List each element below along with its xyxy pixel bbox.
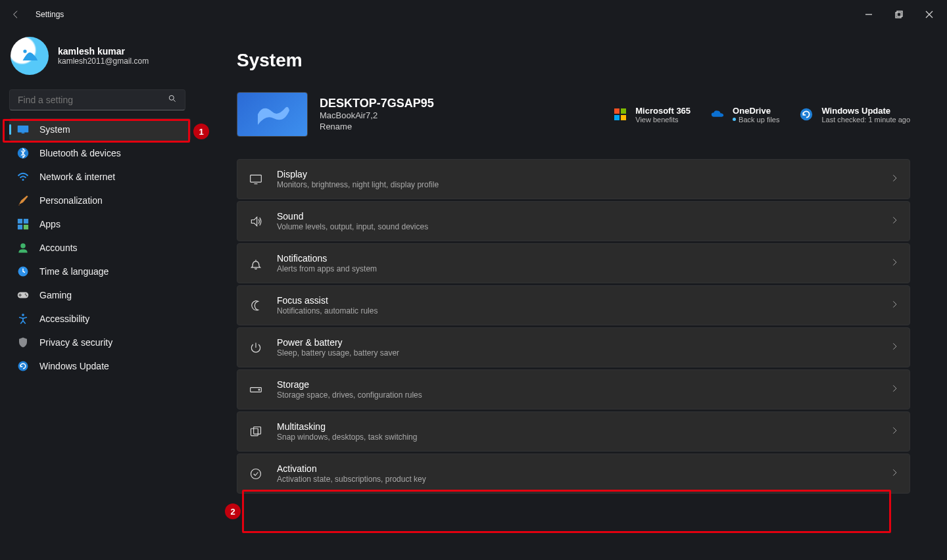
search-box[interactable] xyxy=(9,89,185,110)
svg-point-29 xyxy=(251,469,261,478)
svg-rect-27 xyxy=(251,429,258,436)
card-activation[interactable]: Activation Activation state, subscriptio… xyxy=(237,454,910,494)
sidebar-item-network-internet[interactable]: Network & internet xyxy=(9,166,191,188)
svg-point-3 xyxy=(169,95,174,100)
svg-point-17 xyxy=(22,314,24,316)
sidebar-item-accessibility[interactable]: Accessibility xyxy=(9,308,191,330)
sidebar-item-system[interactable]: System xyxy=(9,118,191,141)
gamepad-icon xyxy=(17,289,29,301)
svg-point-12 xyxy=(20,243,26,248)
bell-icon xyxy=(248,256,264,271)
profile-name: kamlesh kumar xyxy=(58,46,149,57)
bluetooth-icon xyxy=(17,147,29,159)
clock-icon xyxy=(17,266,29,277)
svg-rect-11 xyxy=(24,225,28,229)
monitor-icon xyxy=(17,124,29,135)
rename-link[interactable]: Rename xyxy=(320,122,352,131)
sidebar-item-gaming[interactable]: Gaming xyxy=(9,284,191,306)
m365-icon xyxy=(613,107,627,122)
card-title: Display xyxy=(277,169,439,179)
overview-row: DESKTOP-7GSAP95 MacBookAir7,2 Rename Mic… xyxy=(237,92,910,137)
card-title: Power & battery xyxy=(277,337,399,348)
check-icon xyxy=(248,466,264,482)
card-sound[interactable]: Sound Volume levels, output, input, soun… xyxy=(237,201,910,241)
apps-icon xyxy=(17,218,29,230)
shortcut-onedrive[interactable]: OneDrive Back up files xyxy=(710,106,779,124)
onedrive-icon xyxy=(710,107,725,122)
sidebar-item-windows-update[interactable]: Windows Update xyxy=(9,355,191,377)
search-input[interactable] xyxy=(18,95,168,105)
page-title: System xyxy=(237,50,910,71)
accessibility-icon xyxy=(17,313,29,325)
svg-rect-9 xyxy=(24,219,28,223)
svg-point-23 xyxy=(800,108,812,120)
chevron-right-icon xyxy=(890,216,899,227)
svg-rect-10 xyxy=(18,225,22,229)
card-subtitle: Sleep, battery usage, battery saver xyxy=(277,348,399,358)
card-power-battery[interactable]: Power & battery Sleep, battery usage, ba… xyxy=(237,327,910,367)
card-multitasking[interactable]: Multitasking Snap windows, desktops, tas… xyxy=(237,411,910,452)
search-icon xyxy=(168,94,177,106)
update-icon xyxy=(799,107,813,122)
sidebar: kamlesh kumar kamlesh2011@gmail.com Syst… xyxy=(0,29,197,560)
sidebar-item-label: Privacy & security xyxy=(39,337,112,348)
card-subtitle: Snap windows, desktops, task switching xyxy=(277,432,417,442)
chevron-right-icon xyxy=(890,426,899,438)
card-focus-assist[interactable]: Focus assist Notifications, automatic ru… xyxy=(237,285,910,325)
card-notifications[interactable]: Notifications Alerts from apps and syste… xyxy=(237,243,910,283)
sidebar-item-label: Windows Update xyxy=(39,361,109,371)
shortcut-update[interactable]: Windows Update Last checked: 1 minute ag… xyxy=(799,106,910,124)
card-display[interactable]: Display Monitors, brightness, night ligh… xyxy=(237,159,910,199)
card-title: Storage xyxy=(277,379,422,390)
card-title: Focus assist xyxy=(277,295,377,306)
sidebar-item-label: Accessibility xyxy=(39,314,89,324)
chevron-right-icon xyxy=(890,342,899,354)
settings-list: Display Monitors, brightness, night ligh… xyxy=(237,159,910,494)
svg-point-15 xyxy=(25,293,26,294)
svg-rect-19 xyxy=(614,108,619,114)
back-button[interactable] xyxy=(9,8,22,21)
svg-rect-1 xyxy=(897,11,902,16)
card-subtitle: Storage space, drives, configuration rul… xyxy=(277,390,422,400)
profile-email: kamlesh2011@gmail.com xyxy=(58,57,149,66)
pc-block[interactable]: DESKTOP-7GSAP95 MacBookAir7,2 Rename xyxy=(237,92,434,137)
sidebar-item-label: Accounts xyxy=(39,243,78,253)
sidebar-item-apps[interactable]: Apps xyxy=(9,213,191,235)
sound-icon xyxy=(248,214,264,229)
shortcut-m365[interactable]: Microsoft 365 View benefits xyxy=(613,106,691,124)
titlebar: Settings xyxy=(0,0,947,29)
main: System DESKTOP-7GSAP95 MacBookAir7,2 Ren… xyxy=(197,29,947,560)
person-icon xyxy=(17,242,29,254)
sidebar-item-accounts[interactable]: Accounts xyxy=(9,237,191,259)
close-button[interactable] xyxy=(914,4,944,25)
svg-rect-21 xyxy=(614,115,619,120)
sidebar-item-label: Network & internet xyxy=(39,172,115,182)
sidebar-item-label: Gaming xyxy=(39,290,72,300)
window-title: Settings xyxy=(36,10,64,19)
profile-block[interactable]: kamlesh kumar kamlesh2011@gmail.com xyxy=(9,37,191,75)
pc-thumbnail xyxy=(237,92,308,137)
shortcut-sub: Back up files xyxy=(733,116,779,124)
minimize-button[interactable] xyxy=(854,4,884,25)
wifi-icon xyxy=(17,171,29,183)
sidebar-item-label: Bluetooth & devices xyxy=(39,148,121,158)
svg-point-7 xyxy=(22,179,24,181)
power-icon xyxy=(248,340,264,356)
svg-rect-8 xyxy=(18,219,22,223)
chevron-right-icon xyxy=(890,468,899,480)
card-storage[interactable]: Storage Storage space, drives, configura… xyxy=(237,369,910,409)
chevron-right-icon xyxy=(890,384,899,396)
card-subtitle: Activation state, subscriptions, product… xyxy=(277,475,426,484)
storage-icon xyxy=(248,382,264,398)
shortcut-sub: Last checked: 1 minute ago xyxy=(821,116,910,124)
sidebar-item-personalization[interactable]: Personalization xyxy=(9,189,191,212)
pc-model: MacBookAir7,2 xyxy=(320,110,434,120)
shortcut-sub: View benefits xyxy=(635,116,691,124)
sidebar-item-privacy-security[interactable]: Privacy & security xyxy=(9,331,191,354)
svg-rect-20 xyxy=(621,108,626,114)
shortcut-title: OneDrive xyxy=(733,106,779,116)
brush-icon xyxy=(17,195,29,206)
sidebar-item-time-language[interactable]: Time & language xyxy=(9,260,191,283)
sidebar-item-bluetooth-devices[interactable]: Bluetooth & devices xyxy=(9,142,191,164)
maximize-button[interactable] xyxy=(884,4,914,25)
